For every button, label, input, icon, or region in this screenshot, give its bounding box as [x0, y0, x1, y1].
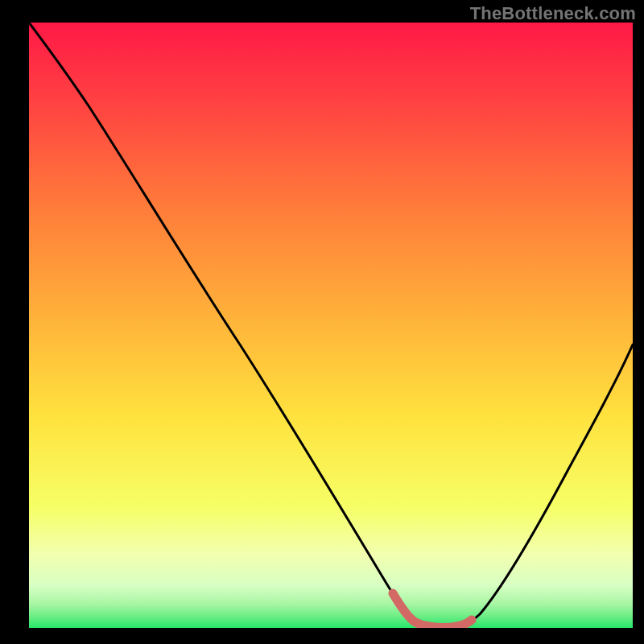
gradient-background — [29, 23, 633, 628]
chart-svg — [29, 23, 633, 628]
watermark: TheBottleneck.com — [470, 3, 636, 24]
plot-area — [29, 23, 633, 628]
chart-frame: TheBottleneck.com — [0, 0, 644, 644]
